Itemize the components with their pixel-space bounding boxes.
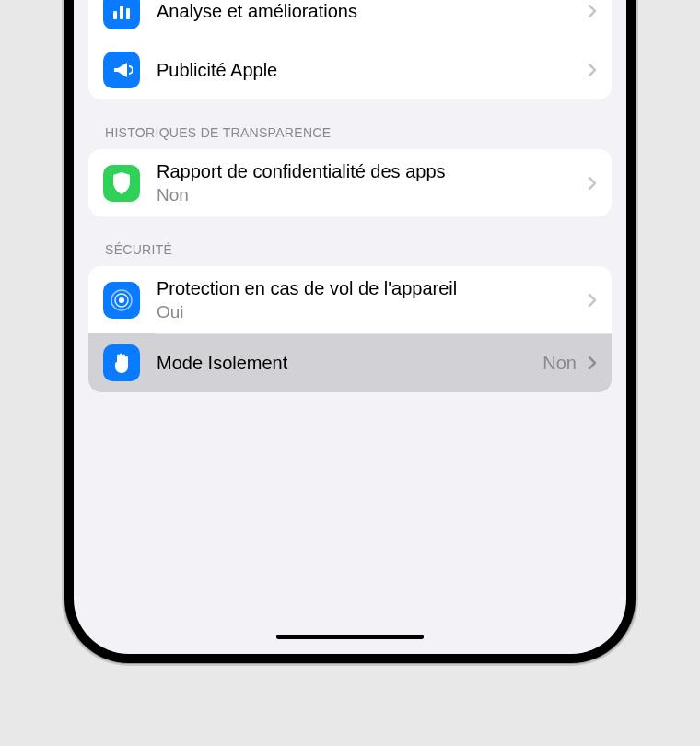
- svg-rect-0: [113, 11, 117, 19]
- hand-icon: [103, 344, 140, 381]
- svg-rect-2: [126, 8, 130, 19]
- settings-group-transparency: Rapport de confidentialité des apps Non: [88, 149, 612, 216]
- row-label: Protection en cas de vol de l'appareil: [157, 277, 584, 300]
- row-rapport-confidentialite[interactable]: Rapport de confidentialité des apps Non: [88, 149, 612, 216]
- chevron-right-icon: [588, 293, 597, 308]
- svg-rect-1: [120, 6, 123, 19]
- row-protection-vol[interactable]: Protection en cas de vol de l'appareil O…: [88, 266, 612, 333]
- section-header-transparency: HISTORIQUES DE TRANSPARENCE: [88, 125, 612, 149]
- section-transparency: HISTORIQUES DE TRANSPARENCE Rapport de c…: [88, 125, 612, 216]
- row-label: Rapport de confidentialité des apps: [157, 160, 584, 183]
- chevron-right-icon: [588, 63, 597, 77]
- section-security: SÉCURITÉ Protection en cas de vol de l'a…: [88, 242, 612, 392]
- row-label: Mode Isolement: [157, 352, 542, 375]
- row-detail: Non: [542, 353, 577, 374]
- row-label: Publicité Apple: [157, 59, 584, 82]
- chevron-right-icon: [588, 176, 597, 191]
- settings-group-top: Analyse et améliorations Publicité Apple: [88, 0, 612, 99]
- ripple-icon: [103, 282, 140, 319]
- chevron-right-icon: [588, 4, 597, 18]
- svg-point-3: [119, 297, 124, 303]
- shield-icon: [103, 165, 140, 202]
- row-sublabel: Oui: [157, 302, 584, 322]
- screen: Analyse et améliorations Publicité Apple: [74, 0, 626, 654]
- chevron-right-icon: [588, 356, 597, 370]
- row-publicite-apple[interactable]: Publicité Apple: [88, 41, 612, 99]
- row-analyse-ameliorations[interactable]: Analyse et améliorations: [88, 0, 612, 41]
- row-mode-isolement[interactable]: Mode Isolement Non: [88, 333, 612, 392]
- row-label: Analyse et améliorations: [157, 0, 584, 23]
- megaphone-icon: [103, 52, 140, 88]
- row-sublabel: Non: [157, 185, 584, 205]
- settings-group-security: Protection en cas de vol de l'appareil O…: [88, 266, 612, 392]
- home-indicator[interactable]: [276, 635, 424, 639]
- chart-icon: [103, 0, 140, 29]
- phone-frame: Analyse et améliorations Publicité Apple: [64, 0, 636, 663]
- section-header-security: SÉCURITÉ: [88, 242, 612, 266]
